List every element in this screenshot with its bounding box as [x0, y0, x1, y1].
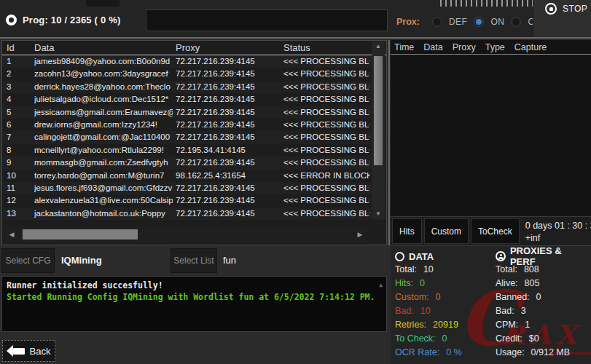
back-button-label: Back [30, 346, 51, 357]
data-stats-column: DATA Total:10Hits:0Custom:0Bad:10Retries… [395, 250, 491, 360]
radio-proxy-on-label[interactable]: ON [490, 17, 504, 27]
scroll-up-icon[interactable]: ▲ [372, 41, 385, 52]
stat-value: 808 [524, 264, 539, 274]
table-row[interactable]: 2zacohn13@yahoo.com:3daysgracef72.217.21… [2, 68, 386, 80]
horizontal-scrollbar[interactable]: ◀ ▶ [5, 226, 367, 242]
stat-row: Bad:10 [395, 304, 491, 318]
column-header-time: Time [394, 42, 414, 52]
table-row[interactable]: 3derrick.hayes28@yahoo.com:Theclo72.217.… [2, 81, 386, 93]
cell-proxy: 72.217.216.239:4145 [176, 93, 279, 106]
cell-id: 10 [7, 170, 30, 182]
proxy-mode-label: Prox: [396, 17, 420, 27]
stat-value: 0 [420, 278, 425, 288]
table-row[interactable]: 8mcneillyrt@yahoo.com:Rtlula2299!72.195.… [2, 144, 386, 157]
cell-data: alexvalenzuela31@live.com:50Calsip [34, 194, 173, 207]
cell-status: <<< ERROR IN BLOCK: [283, 170, 369, 182]
stat-value: 20919 [433, 320, 458, 330]
config-name: IQMining [61, 255, 102, 266]
cell-data: julietsalgado@icloud.com:Dec1512* [34, 93, 173, 106]
cell-status: <<< PROCESSING BLOC [283, 55, 369, 68]
hits-table-body [391, 55, 591, 200]
stat-value: 0 [436, 292, 441, 302]
table-row[interactable]: 10torrey.bardo@gmail.com:M@turin798.162.… [2, 170, 386, 182]
radio-proxy-def-label[interactable]: DEF [449, 17, 468, 27]
cell-proxy: 72.217.216.239:4145 [176, 81, 279, 93]
elapsed-timer: 0 days 01 : 30 : 33 +inf [525, 218, 591, 244]
column-header-proxy: Proxy [453, 42, 476, 52]
log-scroll-up-icon[interactable]: ▲ [379, 280, 383, 291]
runner-text-input[interactable] [146, 9, 388, 31]
cell-id: 2 [7, 68, 30, 80]
stat-row: Custom:0 [395, 290, 491, 304]
radio-proxy-off[interactable] [511, 17, 521, 27]
select-wordlist-button[interactable]: Select List [171, 248, 217, 273]
progress-label: Prog: 10 / 2365 ( 0 %) [23, 15, 120, 25]
column-header-proxy: Proxy [176, 41, 279, 55]
stat-label: Total: [496, 264, 517, 274]
scroll-down-icon[interactable]: ▼ [372, 209, 385, 219]
cell-id: 8 [7, 144, 30, 157]
cell-id: 9 [7, 157, 30, 169]
stat-label: Hits: [395, 278, 413, 288]
stat-label: Banned: [496, 292, 530, 302]
cell-proxy: 98.162.25.4:31654 [176, 170, 279, 182]
radio-proxy-def[interactable] [432, 17, 442, 27]
select-config-button[interactable]: Select CFG [1, 248, 55, 273]
left-arrow-icon [13, 348, 25, 355]
table-row[interactable]: 5jessicaoms@gmail.com:Eraumavez@72.217.2… [2, 106, 386, 119]
cell-id: 3 [7, 81, 30, 93]
tab-hits[interactable]: Hits [392, 218, 422, 244]
stat-row: Hits:0 [395, 277, 491, 290]
cell-data: jamesb98409@yahoo.com:B0o0n9d [34, 55, 173, 68]
cell-data: zacohn13@yahoo.com:3daysgracef [34, 68, 173, 80]
cell-id: 1 [7, 55, 30, 68]
stat-label: Credit: [496, 333, 522, 344]
stat-row: Usage:0/912 MB [496, 346, 589, 360]
table-row[interactable]: 9mommasgb@gmail.com:Zsedfvgtyh72.217.216… [2, 157, 386, 169]
horizontal-scroll-thumb[interactable] [23, 229, 138, 240]
cell-status: <<< PROCESSING BLOC [283, 93, 369, 106]
stop-button[interactable]: STOP [545, 3, 587, 15]
back-button[interactable]: Back [2, 340, 55, 362]
vertical-scroll-thumb[interactable] [374, 56, 383, 165]
cell-data: drew.iorns@gmail.com:Izzy1234! [34, 119, 173, 131]
radio-proxy-on[interactable] [474, 17, 484, 27]
table-row[interactable]: 6drew.iorns@gmail.com:Izzy1234!72.217.21… [2, 119, 386, 131]
table-row[interactable]: 13jackastanton@hotmail.co.uk:Poppy72.217… [2, 207, 386, 220]
table-row[interactable]: 4julietsalgado@icloud.com:Dec1512*72.217… [2, 93, 386, 106]
data-stats-list: Total:10Hits:0Custom:0Bad:10Retries:2091… [395, 263, 491, 360]
results-table-body: 1jamesb98409@yahoo.com:B0o0n9d72.217.216… [2, 55, 386, 220]
cell-proxy: 72.195.34.41:4145 [176, 144, 279, 157]
stat-label: To Check: [395, 333, 436, 344]
hits-tabs-bar: Hits Custom ToCheck 0 days 01 : 30 : 33 … [391, 216, 591, 245]
column-header-data: Data [423, 42, 442, 52]
table-row[interactable]: 11jesus.flores.jf693@gmail.com:Gfdzzv72.… [2, 182, 386, 194]
tab-tocheck[interactable]: ToCheck [471, 218, 520, 244]
runner-window: Prog: 10 / 2365 ( 0 %) Prox: DEF ON OFF … [0, 0, 591, 364]
stat-row: Total:808 [496, 263, 589, 277]
column-header-data: Data [34, 41, 173, 55]
cell-proxy: 72.217.216.239:4145 [176, 68, 279, 80]
stat-row: CPM:1 [496, 318, 589, 332]
cell-status: <<< PROCESSING BLOC [283, 194, 369, 207]
cell-status: <<< PROCESSING BLOC [283, 144, 369, 157]
cell-id: 7 [7, 131, 30, 143]
scroll-right-icon[interactable]: ▶ [353, 226, 367, 242]
cell-data: torrey.bardo@gmail.com:M@turin7 [34, 170, 173, 182]
stat-value: 0 [536, 292, 541, 302]
tab-custom[interactable]: Custom [424, 218, 469, 244]
bots-slider-ticks[interactable] [440, 0, 544, 7]
clipped-top-control [86, 0, 120, 7]
cell-data: jackastanton@hotmail.co.uk:Poppy [34, 207, 173, 220]
table-row[interactable]: 12alexvalenzuela31@live.com:50Calsip72.2… [2, 194, 386, 207]
cell-proxy: 72.217.216.239:4145 [176, 194, 279, 207]
stat-row: OCR Rate:0 % [395, 346, 491, 360]
stat-label: Custom: [395, 292, 429, 302]
scroll-left-icon[interactable]: ◀ [5, 226, 18, 242]
cell-id: 11 [7, 182, 30, 194]
stat-label: Bad: [496, 306, 514, 316]
stat-label: Usage: [496, 347, 525, 357]
vertical-scrollbar[interactable]: ▲ ▼ [372, 41, 385, 219]
table-row[interactable]: 7calingojett@gmail.com:@Jac11040072.217.… [2, 131, 386, 143]
table-row[interactable]: 1jamesb98409@yahoo.com:B0o0n9d72.217.216… [2, 55, 386, 68]
